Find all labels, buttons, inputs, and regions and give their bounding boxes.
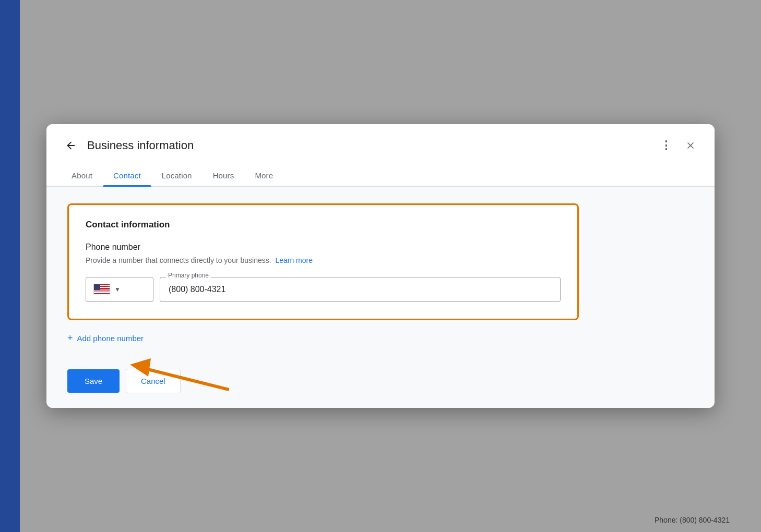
more-icon: ⋮: [660, 139, 673, 152]
tab-contact[interactable]: Contact: [103, 165, 151, 186]
learn-more-link[interactable]: Learn more: [275, 256, 313, 264]
country-selector[interactable]: ▼: [86, 277, 153, 302]
more-options-button[interactable]: ⋮: [656, 135, 677, 156]
primary-phone-label: Primary phone: [166, 272, 211, 279]
tab-location[interactable]: Location: [151, 165, 203, 186]
dialog-actions: Save Cancel: [46, 358, 715, 408]
section-title: Contact information: [86, 220, 561, 230]
add-phone-button[interactable]: + Add phone number: [67, 333, 144, 344]
business-info-dialog: Business information ⋮ About Con: [46, 124, 715, 408]
primary-phone-input[interactable]: [160, 277, 561, 302]
phone-inputs-row: ▼ Primary phone: [86, 277, 561, 302]
save-button[interactable]: Save: [67, 369, 120, 393]
us-flag-icon: [93, 284, 110, 295]
tab-more[interactable]: More: [244, 165, 283, 186]
add-phone-label: Add phone number: [77, 334, 144, 343]
cancel-button[interactable]: Cancel: [126, 369, 181, 393]
primary-phone-wrapper: Primary phone: [160, 277, 561, 302]
bg-bottom-phone: Phone: (800) 800-4321: [655, 516, 730, 524]
tabs-bar: About Contact Location Hours More: [46, 165, 715, 187]
phone-number-heading: Phone number: [86, 243, 561, 252]
dialog-body: Contact information Phone number Provide…: [46, 187, 715, 358]
back-button[interactable]: [61, 136, 81, 155]
close-button[interactable]: [681, 136, 700, 155]
dialog-header: Business information ⋮: [46, 124, 715, 156]
phone-description: Provide a number that connects directly …: [86, 256, 561, 264]
tab-about[interactable]: About: [61, 165, 103, 186]
phone-desc-text: Provide a number that connects directly …: [86, 256, 271, 264]
add-phone-plus-icon: +: [67, 333, 73, 344]
header-actions: ⋮: [656, 135, 700, 156]
contact-info-card: Contact information Phone number Provide…: [67, 203, 579, 320]
dialog-title: Business information: [87, 139, 656, 152]
country-dropdown-arrow: ▼: [114, 286, 121, 293]
tab-hours[interactable]: Hours: [203, 165, 245, 186]
